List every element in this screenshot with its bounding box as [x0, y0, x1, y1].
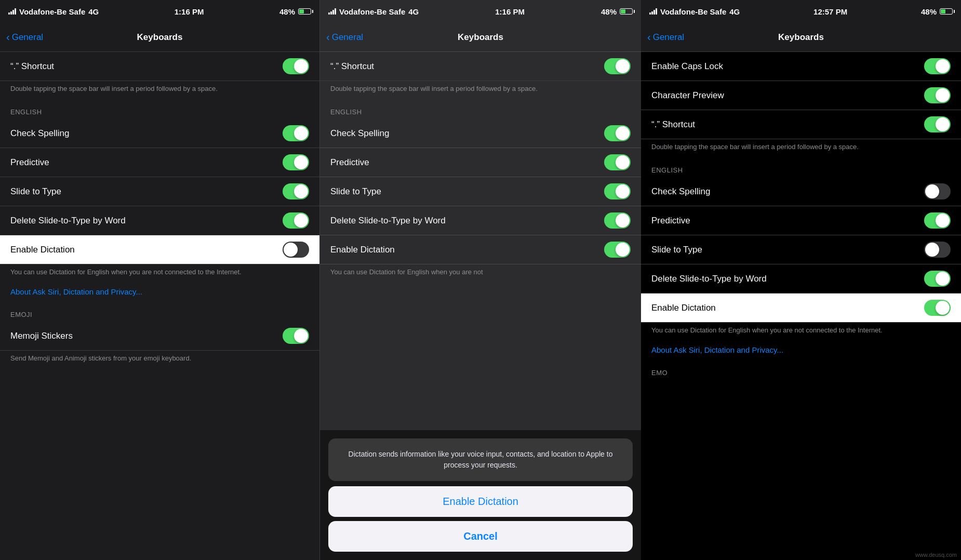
- english-section-1: ENGLISH: [0, 100, 319, 119]
- check-spelling-label-2: Check Spelling: [330, 128, 389, 139]
- check-spelling-toggle-1[interactable]: [283, 125, 309, 141]
- dictation-label-1: Enable Dictation: [10, 245, 75, 255]
- network-label-2: 4G: [408, 7, 419, 16]
- dictation-toggle-2[interactable]: [604, 242, 631, 258]
- check-spelling-row-2: Check Spelling: [320, 119, 641, 148]
- dialog-confirm-btn-2[interactable]: Enable Dictation: [328, 486, 633, 517]
- slide-type-label-3: Slide to Type: [651, 245, 702, 255]
- status-right-2: 48%: [601, 7, 633, 16]
- delete-slide-label-2: Delete Slide-to-Type by Word: [330, 216, 446, 226]
- char-preview-toggle-3[interactable]: [924, 87, 951, 103]
- predictive-toggle-3[interactable]: [924, 212, 951, 229]
- nav-title-3: Keyboards: [778, 32, 824, 43]
- shortcut-label-3: “.” Shortcut: [651, 119, 695, 130]
- dictation-row-1: Enable Dictation: [0, 235, 319, 264]
- phone-panel-2: Vodafone-Be Safe 4G 1:16 PM 48% ‹ Genera…: [320, 0, 641, 560]
- caps-lock-toggle-3[interactable]: [924, 58, 951, 74]
- battery-percent: 48%: [279, 7, 295, 16]
- nav-bar-3: ‹ General Keyboards: [641, 23, 961, 52]
- shortcut-desc-1: Double tapping the space bar will insert…: [0, 81, 319, 100]
- time-label: 1:16 PM: [175, 7, 204, 16]
- status-bar-1: Vodafone-Be Safe 4G 1:16 PM 48%: [0, 0, 319, 23]
- battery-percent-2: 48%: [601, 7, 617, 16]
- back-button-1[interactable]: ‹ General: [6, 32, 43, 43]
- memoji-desc-1: Send Memoji and Animoji stickers from yo…: [0, 351, 319, 369]
- signal-icon-3: [649, 8, 657, 15]
- dictation-toggle-3[interactable]: [924, 300, 951, 316]
- signal-icon-2: [328, 8, 336, 15]
- shortcut-row-3: “.” Shortcut: [641, 110, 961, 139]
- settings-list-1: “.” Shortcut Double tapping the space ba…: [0, 52, 319, 560]
- status-left-1: Vodafone-Be Safe 4G: [8, 7, 99, 16]
- dictation-label-3: Enable Dictation: [651, 303, 716, 313]
- check-spelling-toggle-2[interactable]: [604, 125, 631, 141]
- delete-slide-row-1: Delete Slide-to-Type by Word: [0, 206, 319, 235]
- settings-list-2: “.” Shortcut Double tapping the space ba…: [320, 52, 641, 560]
- shortcut-toggle-1[interactable]: [283, 58, 309, 74]
- slide-type-row-2: Slide to Type: [320, 177, 641, 206]
- carrier-label-3: Vodafone-Be Safe: [660, 7, 726, 16]
- memoji-toggle-1[interactable]: [283, 328, 309, 344]
- shortcut-desc-3: Double tapping the space bar will insert…: [641, 139, 961, 158]
- status-left-2: Vodafone-Be Safe 4G: [328, 7, 419, 16]
- emoji-section-3: EMO: [641, 361, 961, 380]
- dictation-desc-2: You can use Dictation for English when y…: [320, 264, 641, 283]
- dictation-toggle-1[interactable]: [283, 242, 309, 258]
- dialog-cancel-btn-2[interactable]: Cancel: [328, 521, 633, 552]
- delete-slide-toggle-3[interactable]: [924, 271, 951, 287]
- delete-slide-toggle-2[interactable]: [604, 212, 631, 229]
- predictive-row-3: Predictive: [641, 206, 961, 235]
- back-button-3[interactable]: ‹ General: [647, 32, 684, 43]
- dictation-row-3: Enable Dictation: [641, 294, 961, 323]
- back-button-2[interactable]: ‹ General: [326, 32, 363, 43]
- check-spelling-toggle-3[interactable]: [924, 183, 951, 199]
- predictive-row-2: Predictive: [320, 148, 641, 177]
- delete-slide-toggle-1[interactable]: [283, 212, 309, 229]
- time-label-3: 12:57 PM: [813, 7, 847, 16]
- watermark: www.deusq.com: [915, 552, 957, 558]
- status-bar-2: Vodafone-Be Safe 4G 1:16 PM 48%: [320, 0, 641, 23]
- dictation-row-2: Enable Dictation: [320, 235, 641, 264]
- shortcut-row-2: “.” Shortcut: [320, 52, 641, 81]
- predictive-toggle-1[interactable]: [283, 154, 309, 170]
- back-chevron-icon-3: ‹: [647, 32, 651, 42]
- status-right-1: 48%: [279, 7, 311, 16]
- caps-lock-label-3: Enable Caps Lock: [651, 61, 723, 72]
- back-chevron-icon: ‹: [6, 32, 10, 42]
- emoji-section-1: EMOJI: [0, 302, 319, 322]
- dialog-overlay-2: Dictation sends information like your vo…: [320, 430, 641, 560]
- english-section-3: ENGLISH: [641, 158, 961, 177]
- nav-title-2: Keyboards: [458, 32, 503, 43]
- time-label-2: 1:16 PM: [495, 7, 525, 16]
- shortcut-label-2: “.” Shortcut: [330, 61, 374, 72]
- dialog-message-2: Dictation sends information like your vo…: [328, 438, 633, 481]
- shortcut-row-1: “.” Shortcut: [0, 52, 319, 81]
- shortcut-toggle-2[interactable]: [604, 58, 631, 74]
- status-left-3: Vodafone-Be Safe 4G: [649, 7, 740, 16]
- battery-icon: [298, 8, 311, 15]
- dictation-desc-1: You can use Dictation for English when y…: [0, 264, 319, 283]
- slide-type-toggle-3[interactable]: [924, 242, 951, 258]
- dictation-label-2: Enable Dictation: [330, 245, 395, 255]
- predictive-label-1: Predictive: [10, 157, 49, 168]
- nav-bar-1: ‹ General Keyboards: [0, 23, 319, 52]
- caps-lock-row-3: Enable Caps Lock: [641, 52, 961, 81]
- check-spelling-label-1: Check Spelling: [10, 128, 69, 139]
- status-right-3: 48%: [921, 7, 953, 16]
- dictation-link-1[interactable]: About Ask Siri, Dictation and Privacy...: [0, 283, 319, 302]
- check-spelling-label-3: Check Spelling: [651, 186, 710, 197]
- delete-slide-label-1: Delete Slide-to-Type by Word: [10, 216, 126, 226]
- english-section-2: ENGLISH: [320, 100, 641, 119]
- signal-icon: [8, 8, 16, 15]
- back-chevron-icon-2: ‹: [326, 32, 330, 42]
- dictation-link-3[interactable]: About Ask Siri, Dictation and Privacy...: [641, 341, 961, 361]
- slide-type-toggle-2[interactable]: [604, 183, 631, 199]
- network-label: 4G: [88, 7, 99, 16]
- back-label-1: General: [12, 32, 43, 43]
- back-label-3: General: [653, 32, 684, 43]
- shortcut-toggle-3[interactable]: [924, 116, 951, 132]
- predictive-toggle-2[interactable]: [604, 154, 631, 170]
- slide-type-toggle-1[interactable]: [283, 183, 309, 199]
- slide-type-row-1: Slide to Type: [0, 177, 319, 206]
- network-label-3: 4G: [729, 7, 740, 16]
